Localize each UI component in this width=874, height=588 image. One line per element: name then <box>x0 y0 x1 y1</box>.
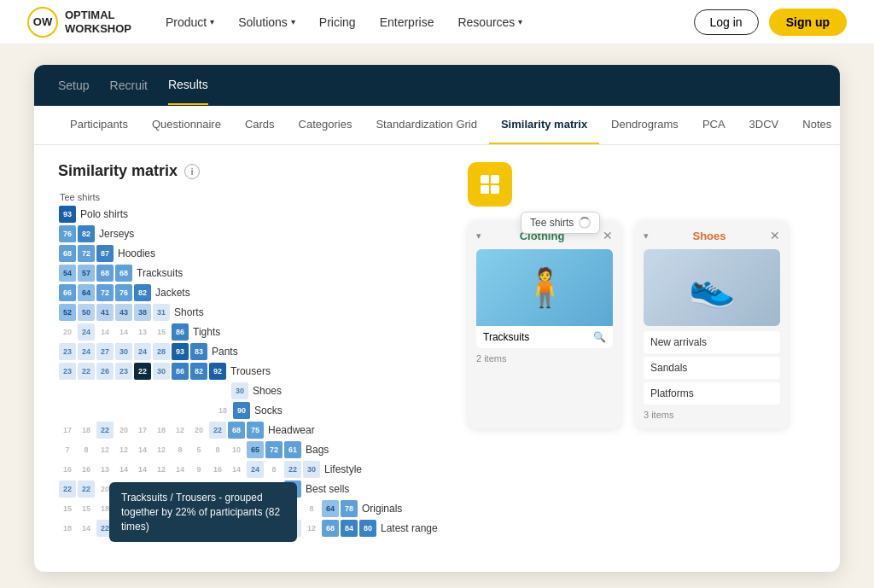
tab-standardization-grid[interactable]: Standardization Grid <box>364 106 489 144</box>
cell: 76 <box>59 225 76 242</box>
logo[interactable]: OW OPTIMAL WORKSHOP <box>27 7 131 38</box>
cell: 15 <box>59 500 76 517</box>
list-item: New arrivals <box>644 331 780 353</box>
table-row: 20 24 14 14 13 15 86 Tights <box>58 323 451 341</box>
tab-3dcv[interactable]: 3DCV <box>737 106 791 144</box>
cell: 38 <box>134 304 151 321</box>
cell: 22 <box>284 461 301 478</box>
svg-rect-0 <box>481 175 489 183</box>
nav-enterprise[interactable]: Enterprise <box>380 15 434 29</box>
tab-pca[interactable]: PCA <box>690 106 737 144</box>
shoes-column: ▾ Shoes ✕ 👟 New arrivals <box>635 220 789 428</box>
close-icon[interactable]: ✕ <box>603 229 613 242</box>
nav-product[interactable]: Product ▾ <box>166 15 214 29</box>
cell: 23 <box>59 343 76 360</box>
table-row: 16 16 13 14 14 12 14 9 16 14 24 8 22 30 <box>58 460 451 479</box>
cell: 66 <box>59 284 76 301</box>
cell: 12 <box>303 520 320 537</box>
nav-solutions[interactable]: Solutions ▾ <box>238 15 295 29</box>
cell: 15 <box>78 500 95 517</box>
cell: 30 <box>303 461 320 478</box>
svg-rect-2 <box>481 185 489 194</box>
tab-cards[interactable]: Cards <box>233 106 287 144</box>
cell: 61 <box>284 441 301 458</box>
cell: 31 <box>153 304 170 321</box>
cell: 54 <box>59 265 76 282</box>
chevron-icon: ▾ <box>644 230 649 242</box>
list-item: Platforms <box>644 382 780 405</box>
cell: 14 <box>115 323 132 341</box>
similarity-matrix-section: Similarity matrix i Tee shirts 93 Polo s… <box>58 162 451 555</box>
cards-container: ▾ Clothing ✕ 🧍 Tracksuits 🔍 <box>468 220 816 428</box>
navigation: OW OPTIMAL WORKSHOP Product ▾ Solutions … <box>0 0 874 44</box>
nav-actions: Log in Sign up <box>694 9 847 36</box>
info-icon[interactable]: i <box>184 164 200 179</box>
cell: 14 <box>134 461 151 478</box>
cell: 76 <box>115 284 132 301</box>
nav-pricing[interactable]: Pricing <box>319 15 356 29</box>
tab-questionnaire[interactable]: Questionnaire <box>140 106 233 144</box>
matrix-title: Similarity matrix i <box>58 162 451 180</box>
cell: 93 <box>172 343 189 360</box>
cell: 41 <box>96 304 114 321</box>
cell <box>59 382 230 399</box>
cell: 65 <box>247 441 264 458</box>
page-background: Setup Recruit Results Participants Quest… <box>0 44 874 588</box>
search-icon[interactable]: 🔍 <box>593 331 606 343</box>
tab-categories[interactable]: Categories <box>287 106 364 144</box>
cell: 83 <box>190 343 207 360</box>
cell: 14 <box>228 461 245 478</box>
cell: 86 <box>172 363 189 380</box>
chevron-down-icon: ▾ <box>518 17 522 26</box>
app-window: Setup Recruit Results Participants Quest… <box>34 65 840 572</box>
cell: 86 <box>172 323 189 341</box>
content-tabs: Participants Questionnaire Cards Categor… <box>34 106 840 145</box>
tab-similarity-matrix[interactable]: Similarity matrix <box>489 106 599 144</box>
tab-dendrograms[interactable]: Dendrograms <box>599 106 690 144</box>
chevron-icon: ▾ <box>476 230 481 242</box>
close-icon[interactable]: ✕ <box>770 229 780 242</box>
cell: 8 <box>303 500 320 517</box>
cell: 20 <box>190 422 207 439</box>
clothing-column: ▾ Clothing ✕ 🧍 Tracksuits 🔍 <box>468 220 621 428</box>
table-row: 30 Shoes <box>58 381 451 400</box>
cell: 28 <box>153 343 170 360</box>
cell: 80 <box>359 520 376 537</box>
cell: 78 <box>341 500 358 517</box>
table-row: 23 24 27 30 24 28 93 83 Pants <box>58 342 451 361</box>
svg-rect-1 <box>491 175 499 183</box>
cell: 14 <box>96 323 114 341</box>
signup-button[interactable]: Sign up <box>769 9 847 36</box>
cell: 22 <box>78 363 95 380</box>
cell: 24 <box>134 343 151 360</box>
cell: 22 <box>209 422 226 439</box>
cell: 8 <box>265 461 283 478</box>
cell: 30 <box>153 363 170 380</box>
tab-setup[interactable]: Setup <box>58 67 90 104</box>
cell: 30 <box>231 382 248 399</box>
cell: 22 <box>134 363 151 380</box>
cell: 22 <box>59 480 76 498</box>
tab-notes[interactable]: Notes <box>790 106 840 144</box>
tab-participants[interactable]: Participants <box>58 106 140 144</box>
cell: 22 <box>78 480 95 498</box>
login-button[interactable]: Log in <box>694 9 759 35</box>
shoes-image: 👟 <box>644 249 780 326</box>
tracksuits-card: 🧍 Tracksuits 🔍 <box>476 249 613 348</box>
cell: 10 <box>228 441 245 458</box>
floating-tee-tag: Tee shirts <box>521 212 600 234</box>
cell: 75 <box>247 422 264 439</box>
tracksuits-label: Tracksuits 🔍 <box>476 326 613 348</box>
table-row: 93 Polo shirts <box>58 205 451 224</box>
nav-links: Product ▾ Solutions ▾ Pricing Enterprise… <box>166 15 694 29</box>
cell: 82 <box>190 363 207 380</box>
cell: 15 <box>153 323 170 341</box>
cell: 27 <box>96 343 114 360</box>
tab-recruit[interactable]: Recruit <box>110 67 148 104</box>
cell: 93 <box>59 206 76 223</box>
nav-resources[interactable]: Resources ▾ <box>457 15 522 29</box>
cell: 18 <box>214 402 231 419</box>
table-row: 76 82 Jerseys <box>58 224 451 243</box>
tab-results[interactable]: Results <box>168 66 208 105</box>
cell: 82 <box>78 225 95 242</box>
